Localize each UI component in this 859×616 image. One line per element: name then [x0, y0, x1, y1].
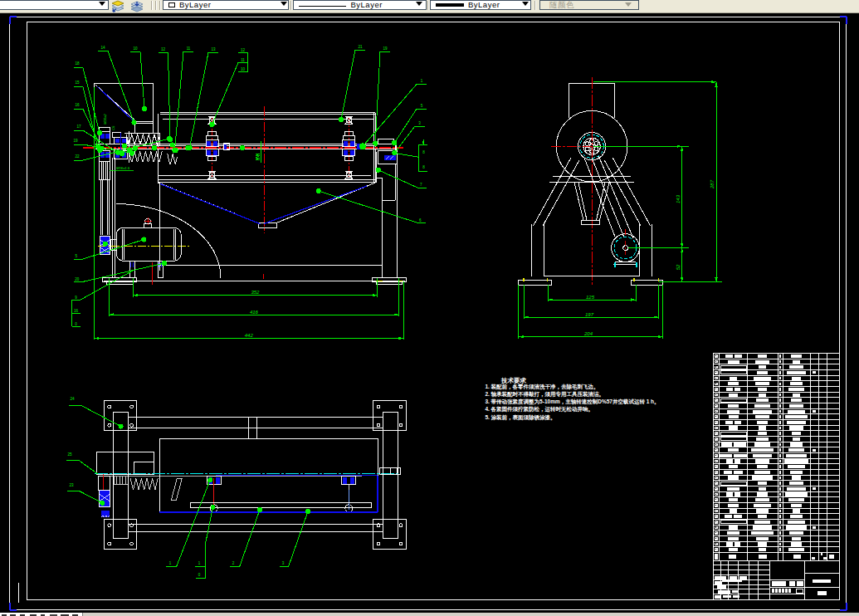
svg-text:16: 16	[74, 309, 79, 313]
svg-text:21: 21	[358, 45, 363, 49]
svg-text:22: 22	[75, 154, 80, 159]
svg-text:12: 12	[161, 47, 166, 51]
svg-text:204: 204	[583, 331, 593, 336]
svg-text:143: 143	[676, 194, 681, 203]
svg-text:C5: C5	[111, 125, 115, 130]
svg-text:14: 14	[100, 46, 105, 50]
svg-text:23: 23	[69, 483, 74, 487]
svg-text:M30x2: M30x2	[103, 114, 107, 125]
svg-text:18: 18	[75, 61, 80, 66]
svg-text:11: 11	[187, 46, 191, 51]
svg-text:52: 52	[676, 264, 681, 270]
svg-text:19: 19	[73, 139, 78, 143]
svg-text:416: 416	[250, 310, 259, 315]
svg-text:20: 20	[75, 277, 80, 281]
svg-text:2. 轴承装配时不得敲打，须用专用工具压装清洁。: 2. 轴承装配时不得敲打，须用专用工具压装清洁。	[485, 391, 604, 398]
svg-text:15: 15	[75, 81, 80, 85]
svg-text:352: 352	[251, 290, 260, 295]
svg-text:24: 24	[70, 397, 75, 401]
svg-text:287: 287	[710, 179, 715, 189]
svg-text:12: 12	[241, 48, 246, 52]
svg-text:10: 10	[241, 67, 246, 71]
svg-text:5. 涂装前，表面须除锈涂漆。: 5. 涂装前，表面须除锈涂漆。	[485, 414, 555, 421]
svg-text:125: 125	[586, 295, 595, 300]
svg-text:16: 16	[75, 103, 80, 107]
svg-text:M16x1.5: M16x1.5	[116, 166, 130, 170]
svg-text:442: 442	[245, 333, 254, 338]
svg-text:19: 19	[383, 46, 388, 51]
svg-text:13: 13	[211, 47, 216, 51]
svg-text:1. 装配前，各零件须清洗干净，去除毛刺飞边。: 1. 装配前，各零件须清洗干净，去除毛刺飞边。	[485, 384, 598, 390]
svg-text:4. 各紧固件须拧紧防松，运转时无松动异响。: 4. 各紧固件须拧紧防松，运转时无松动异响。	[485, 406, 593, 413]
svg-text:10: 10	[133, 46, 138, 51]
svg-text:3. 带传动张紧度调整为5-10mm，主轴转速控制D%57并: 3. 带传动张紧度调整为5-10mm，主轴转速控制D%57并空载试运转 1 h。	[485, 398, 659, 405]
svg-text:25: 25	[67, 452, 72, 457]
svg-text:11: 11	[241, 58, 245, 62]
svg-text:197: 197	[585, 312, 594, 317]
svg-text:17: 17	[76, 125, 81, 129]
